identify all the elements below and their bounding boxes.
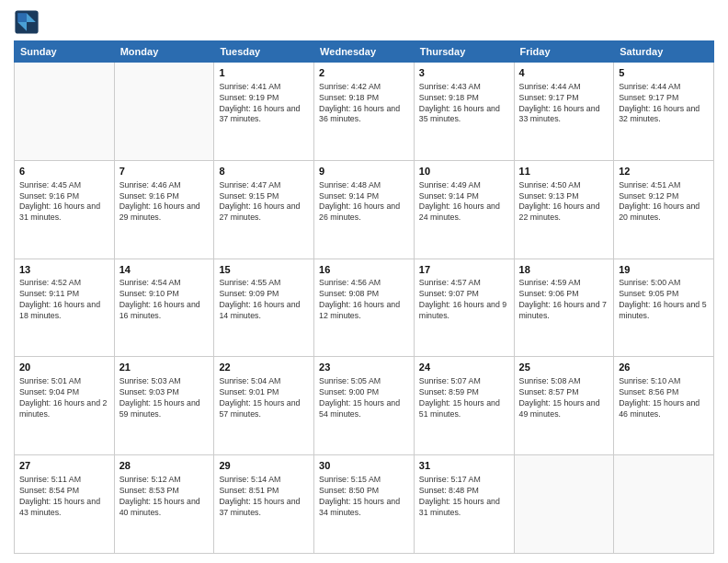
day-number: 1 — [219, 66, 309, 80]
day-info: Sunrise: 5:05 AM Sunset: 9:00 PM Dayligh… — [319, 376, 409, 420]
calendar-cell — [114, 63, 214, 161]
day-info: Sunrise: 4:46 AM Sunset: 9:16 PM Dayligh… — [119, 180, 210, 224]
day-number: 21 — [119, 361, 210, 374]
day-number: 24 — [419, 361, 509, 374]
page: SundayMondayTuesdayWednesdayThursdayFrid… — [0, 0, 728, 563]
calendar-cell: 1Sunrise: 4:41 AM Sunset: 9:19 PM Daylig… — [214, 63, 314, 161]
day-number: 11 — [519, 165, 609, 178]
calendar-cell: 20Sunrise: 5:01 AM Sunset: 9:04 PM Dayli… — [15, 357, 115, 455]
day-info: Sunrise: 4:57 AM Sunset: 9:07 PM Dayligh… — [419, 278, 509, 322]
day-info: Sunrise: 5:15 AM Sunset: 8:50 PM Dayligh… — [319, 475, 409, 519]
day-number: 12 — [619, 165, 709, 178]
calendar-cell: 27Sunrise: 5:11 AM Sunset: 8:54 PM Dayli… — [15, 455, 115, 554]
calendar-day-header: Tuesday — [214, 41, 314, 63]
calendar-cell: 11Sunrise: 4:50 AM Sunset: 9:13 PM Dayli… — [514, 160, 614, 259]
calendar-cell: 3Sunrise: 4:43 AM Sunset: 9:18 PM Daylig… — [414, 63, 514, 161]
day-number: 29 — [219, 459, 309, 473]
calendar-cell: 26Sunrise: 5:10 AM Sunset: 8:56 PM Dayli… — [614, 357, 714, 455]
day-number: 17 — [419, 263, 509, 277]
calendar-cell — [514, 455, 614, 554]
calendar-header-row: SundayMondayTuesdayWednesdayThursdayFrid… — [15, 41, 714, 63]
day-info: Sunrise: 4:43 AM Sunset: 9:18 PM Dayligh… — [419, 82, 509, 126]
calendar-week-row: 1Sunrise: 4:41 AM Sunset: 9:19 PM Daylig… — [15, 63, 714, 161]
calendar-cell: 23Sunrise: 5:05 AM Sunset: 9:00 PM Dayli… — [314, 357, 415, 455]
day-info: Sunrise: 5:04 AM Sunset: 9:01 PM Dayligh… — [219, 376, 309, 420]
day-info: Sunrise: 4:50 AM Sunset: 9:13 PM Dayligh… — [519, 180, 609, 224]
calendar-day-header: Thursday — [414, 41, 514, 63]
calendar-cell: 22Sunrise: 5:04 AM Sunset: 9:01 PM Dayli… — [214, 357, 314, 455]
calendar-cell: 10Sunrise: 4:49 AM Sunset: 9:14 PM Dayli… — [414, 160, 514, 259]
calendar-cell: 17Sunrise: 4:57 AM Sunset: 9:07 PM Dayli… — [414, 259, 514, 357]
calendar-cell: 9Sunrise: 4:48 AM Sunset: 9:14 PM Daylig… — [314, 160, 415, 259]
day-number: 7 — [119, 165, 210, 178]
calendar-cell: 25Sunrise: 5:08 AM Sunset: 8:57 PM Dayli… — [514, 357, 614, 455]
day-info: Sunrise: 4:41 AM Sunset: 9:19 PM Dayligh… — [219, 82, 309, 126]
svg-rect-3 — [17, 13, 27, 22]
day-number: 16 — [319, 263, 409, 277]
day-number: 23 — [319, 361, 409, 374]
calendar-cell: 4Sunrise: 4:44 AM Sunset: 9:17 PM Daylig… — [514, 63, 614, 161]
day-info: Sunrise: 4:48 AM Sunset: 9:14 PM Dayligh… — [319, 180, 409, 224]
calendar-cell: 29Sunrise: 5:14 AM Sunset: 8:51 PM Dayli… — [214, 455, 314, 554]
calendar-day-header: Sunday — [15, 41, 115, 63]
calendar-cell: 28Sunrise: 5:12 AM Sunset: 8:53 PM Dayli… — [114, 455, 214, 554]
day-info: Sunrise: 4:47 AM Sunset: 9:15 PM Dayligh… — [219, 180, 309, 224]
day-info: Sunrise: 5:08 AM Sunset: 8:57 PM Dayligh… — [519, 376, 609, 420]
calendar-week-row: 6Sunrise: 4:45 AM Sunset: 9:16 PM Daylig… — [15, 160, 714, 259]
day-info: Sunrise: 4:54 AM Sunset: 9:10 PM Dayligh… — [119, 278, 210, 322]
day-info: Sunrise: 5:14 AM Sunset: 8:51 PM Dayligh… — [219, 475, 309, 519]
calendar-day-header: Monday — [114, 41, 214, 63]
day-number: 26 — [619, 361, 709, 374]
calendar-day-header: Saturday — [614, 41, 714, 63]
calendar-week-row: 13Sunrise: 4:52 AM Sunset: 9:11 PM Dayli… — [15, 259, 714, 357]
day-number: 10 — [419, 165, 509, 178]
day-number: 31 — [419, 459, 509, 473]
day-info: Sunrise: 5:10 AM Sunset: 8:56 PM Dayligh… — [619, 376, 709, 420]
calendar-week-row: 20Sunrise: 5:01 AM Sunset: 9:04 PM Dayli… — [15, 357, 714, 455]
calendar-cell: 14Sunrise: 4:54 AM Sunset: 9:10 PM Dayli… — [114, 259, 214, 357]
calendar-day-header: Wednesday — [314, 41, 415, 63]
day-info: Sunrise: 5:07 AM Sunset: 8:59 PM Dayligh… — [419, 376, 509, 420]
calendar-cell: 24Sunrise: 5:07 AM Sunset: 8:59 PM Dayli… — [414, 357, 514, 455]
day-number: 6 — [19, 165, 109, 178]
calendar-cell: 13Sunrise: 4:52 AM Sunset: 9:11 PM Dayli… — [15, 259, 115, 357]
day-info: Sunrise: 4:51 AM Sunset: 9:12 PM Dayligh… — [619, 180, 709, 224]
calendar-cell: 7Sunrise: 4:46 AM Sunset: 9:16 PM Daylig… — [114, 160, 214, 259]
calendar-week-row: 27Sunrise: 5:11 AM Sunset: 8:54 PM Dayli… — [15, 455, 714, 554]
day-info: Sunrise: 5:03 AM Sunset: 9:03 PM Dayligh… — [119, 376, 210, 420]
day-number: 19 — [619, 263, 709, 277]
calendar-cell: 21Sunrise: 5:03 AM Sunset: 9:03 PM Dayli… — [114, 357, 214, 455]
day-info: Sunrise: 4:44 AM Sunset: 9:17 PM Dayligh… — [619, 82, 709, 126]
day-number: 15 — [219, 263, 309, 277]
calendar-cell: 8Sunrise: 4:47 AM Sunset: 9:15 PM Daylig… — [214, 160, 314, 259]
day-info: Sunrise: 5:12 AM Sunset: 8:53 PM Dayligh… — [119, 475, 210, 519]
day-number: 25 — [519, 361, 609, 374]
day-number: 9 — [319, 165, 409, 178]
calendar-cell: 19Sunrise: 5:00 AM Sunset: 9:05 PM Dayli… — [614, 259, 714, 357]
day-number: 3 — [419, 66, 509, 80]
day-number: 4 — [519, 66, 609, 80]
day-info: Sunrise: 4:56 AM Sunset: 9:08 PM Dayligh… — [319, 278, 409, 322]
calendar-cell — [15, 63, 115, 161]
day-info: Sunrise: 4:52 AM Sunset: 9:11 PM Dayligh… — [19, 278, 109, 322]
day-info: Sunrise: 4:55 AM Sunset: 9:09 PM Dayligh… — [219, 278, 309, 322]
calendar-cell: 30Sunrise: 5:15 AM Sunset: 8:50 PM Dayli… — [314, 455, 415, 554]
header — [14, 9, 714, 35]
day-number: 14 — [119, 263, 210, 277]
calendar-cell: 6Sunrise: 4:45 AM Sunset: 9:16 PM Daylig… — [15, 160, 115, 259]
calendar-cell: 2Sunrise: 4:42 AM Sunset: 9:18 PM Daylig… — [314, 63, 415, 161]
calendar-cell: 18Sunrise: 4:59 AM Sunset: 9:06 PM Dayli… — [514, 259, 614, 357]
day-number: 27 — [19, 459, 109, 473]
day-info: Sunrise: 4:42 AM Sunset: 9:18 PM Dayligh… — [319, 82, 409, 126]
day-info: Sunrise: 4:44 AM Sunset: 9:17 PM Dayligh… — [519, 82, 609, 126]
logo-icon — [14, 9, 40, 35]
calendar-cell: 15Sunrise: 4:55 AM Sunset: 9:09 PM Dayli… — [214, 259, 314, 357]
day-info: Sunrise: 5:11 AM Sunset: 8:54 PM Dayligh… — [19, 475, 109, 519]
day-number: 2 — [319, 66, 409, 80]
calendar-cell: 16Sunrise: 4:56 AM Sunset: 9:08 PM Dayli… — [314, 259, 415, 357]
day-info: Sunrise: 4:49 AM Sunset: 9:14 PM Dayligh… — [419, 180, 509, 224]
day-number: 20 — [19, 361, 109, 374]
day-info: Sunrise: 5:17 AM Sunset: 8:48 PM Dayligh… — [419, 475, 509, 519]
day-number: 28 — [119, 459, 210, 473]
day-number: 18 — [519, 263, 609, 277]
